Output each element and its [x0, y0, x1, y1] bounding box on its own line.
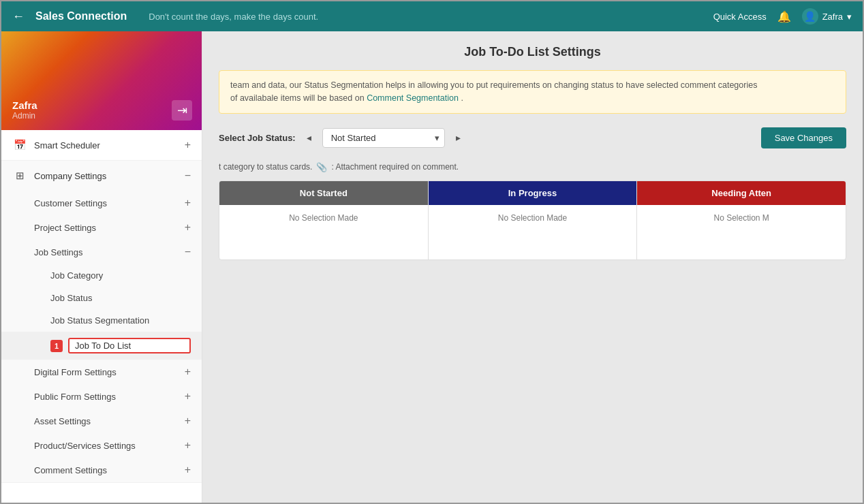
quick-access-button[interactable]: Quick Access: [713, 12, 767, 22]
sidebar-label-public-form-settings: Public Form Settings: [34, 392, 185, 402]
sidebar-username: Zafra: [12, 99, 37, 111]
user-icon-symbol: 👤: [804, 11, 816, 22]
status-card-body-not-started: No Selection Made: [219, 205, 428, 259]
left-dropdown-arrow-icon[interactable]: ◂: [307, 132, 311, 143]
right-dropdown-arrow-icon[interactable]: ▸: [456, 132, 461, 143]
sidebar-item-job-status[interactable]: Job Status: [1, 287, 202, 309]
notification-bell-icon[interactable]: 🔔: [777, 10, 791, 23]
status-card-header-in-progress: In Progress: [429, 181, 637, 205]
sidebar-section-company-settings: ⊞ Company Settings − Customer Settings +…: [1, 161, 202, 483]
sidebar-toggle-public-form-settings[interactable]: +: [185, 390, 191, 403]
sidebar-item-project-settings[interactable]: Project Settings +: [1, 215, 202, 240]
sidebar-toggle-comment-settings[interactable]: +: [185, 464, 191, 476]
sidebar-item-public-form-settings[interactable]: Public Form Settings +: [1, 384, 202, 409]
sidebar-label-job-to-do-list: Job To Do List: [68, 338, 191, 353]
brand-name: Sales Connection: [35, 10, 127, 22]
sidebar-toggle-asset-settings[interactable]: +: [185, 415, 191, 427]
navbar-right: Quick Access 🔔 👤 Zafra ▾: [713, 8, 852, 25]
status-card-body-needing-attention: No Selection M: [637, 205, 846, 259]
sidebar-toggle-customer-settings[interactable]: +: [185, 197, 191, 209]
legend-text-part: t category to status cards.: [219, 162, 312, 172]
sidebar-nav: 📅 Smart Scheduler + ⊞ Company Settings −…: [1, 130, 202, 483]
sidebar-item-asset-settings[interactable]: Asset Settings +: [1, 409, 202, 433]
logout-button[interactable]: ⇥: [172, 100, 192, 121]
user-avatar-icon: 👤: [802, 8, 818, 25]
status-card-header-needing-attention: Needing Atten: [637, 181, 846, 205]
sidebar-label-job-category: Job Category: [50, 270, 191, 281]
sidebar-label-customer-settings: Customer Settings: [34, 198, 185, 208]
sidebar-item-customer-settings[interactable]: Customer Settings +: [1, 191, 202, 215]
tagline: Don't count the days, make the days coun…: [149, 12, 705, 22]
job-status-select[interactable]: Not Started In Progress Needing Attentio…: [322, 128, 445, 148]
calendar-icon: 📅: [12, 138, 27, 153]
sidebar-toggle-job-settings[interactable]: −: [185, 246, 191, 258]
user-menu[interactable]: 👤 Zafra ▾: [802, 8, 852, 25]
status-card-needing-attention: Needing Atten No Selection M: [637, 181, 846, 259]
sidebar-label-job-status-segmentation: Job Status Segmentation: [50, 315, 191, 326]
page-title: Job To-Do List Settings: [219, 45, 846, 59]
sidebar-label-asset-settings: Asset Settings: [34, 416, 185, 426]
attachment-text: : Attachment required on comment.: [331, 162, 459, 172]
status-select-wrapper: Not Started In Progress Needing Attentio…: [322, 128, 445, 148]
select-status-row: Select Job Status: ◂ Not Started In Prog…: [219, 127, 846, 148]
sidebar-item-digital-form-settings[interactable]: Digital Form Settings +: [1, 360, 202, 384]
sidebar-item-company-settings[interactable]: ⊞ Company Settings −: [1, 161, 202, 191]
sidebar-toggle-company-settings[interactable]: −: [185, 170, 191, 182]
sidebar-toggle-product-services-settings[interactable]: +: [185, 439, 191, 452]
navbar-username: Zafra: [822, 12, 843, 22]
status-card-not-started: Not Started No Selection Made: [219, 181, 429, 259]
sidebar-toggle-smart-scheduler[interactable]: +: [185, 139, 191, 151]
sidebar-label-job-settings: Job Settings: [34, 247, 185, 257]
sidebar: Zafra Admin ⇥ 📅 Smart Scheduler +: [1, 31, 202, 504]
select-status-label: Select Job Status:: [219, 133, 296, 143]
sidebar-item-job-category[interactable]: Job Category: [1, 264, 202, 287]
sidebar-section-smart-scheduler: 📅 Smart Scheduler +: [1, 130, 202, 161]
info-text-1: team and data, our Status Segmentation h…: [230, 80, 757, 90]
sidebar-header: Zafra Admin ⇥: [1, 31, 202, 130]
chevron-down-icon: ▾: [847, 12, 852, 22]
sidebar-item-comment-settings[interactable]: Comment Settings +: [1, 458, 202, 482]
sidebar-item-smart-scheduler[interactable]: 📅 Smart Scheduler +: [1, 130, 202, 160]
info-box: team and data, our Status Segmentation h…: [219, 70, 846, 114]
sidebar-toggle-project-settings[interactable]: +: [185, 221, 191, 234]
top-navbar: ← Sales Connection Don't count the days,…: [1, 1, 863, 31]
sidebar-label-product-services-settings: Product/Services Settings: [34, 441, 185, 451]
sidebar-label-job-status: Job Status: [50, 293, 191, 303]
sidebar-user-info: Zafra Admin: [12, 99, 37, 121]
sidebar-label-comment-settings: Comment Settings: [34, 465, 185, 475]
save-changes-button[interactable]: Save Changes: [761, 127, 846, 148]
status-cards-container: Not Started No Selection Made In Progres…: [219, 180, 846, 260]
sidebar-label-company-settings: Company Settings: [34, 171, 185, 181]
sidebar-toggle-digital-form-settings[interactable]: +: [185, 366, 191, 378]
info-text-2: of availabale items will be based on: [230, 93, 365, 103]
sidebar-item-product-services-settings[interactable]: Product/Services Settings +: [1, 433, 202, 458]
sidebar-role: Admin: [12, 111, 37, 121]
info-text-3: .: [461, 93, 463, 103]
main-content: Job To-Do List Settings team and data, o…: [202, 31, 863, 504]
status-card-in-progress: In Progress No Selection Made: [429, 181, 638, 259]
sidebar-item-job-settings[interactable]: Job Settings −: [1, 240, 202, 264]
status-card-header-not-started: Not Started: [219, 181, 428, 205]
back-button[interactable]: ←: [12, 10, 25, 24]
sidebar-label-digital-form-settings: Digital Form Settings: [34, 367, 185, 377]
grid-icon: ⊞: [12, 168, 27, 183]
active-badge: 1: [50, 340, 63, 352]
comment-segmentation-link[interactable]: Comment Segmentation: [367, 93, 459, 103]
legend-row: t category to status cards. 📎 : Attachme…: [219, 162, 846, 172]
attachment-icon: 📎: [316, 162, 327, 172]
sidebar-label-smart-scheduler: Smart Scheduler: [34, 140, 185, 151]
status-card-body-in-progress: No Selection Made: [429, 205, 637, 259]
sidebar-item-job-status-segmentation[interactable]: Job Status Segmentation: [1, 309, 202, 332]
sidebar-label-project-settings: Project Settings: [34, 223, 185, 233]
sidebar-item-job-to-do-list[interactable]: 1 Job To Do List: [1, 332, 202, 360]
legend-text: t category to status cards.: [219, 162, 312, 172]
